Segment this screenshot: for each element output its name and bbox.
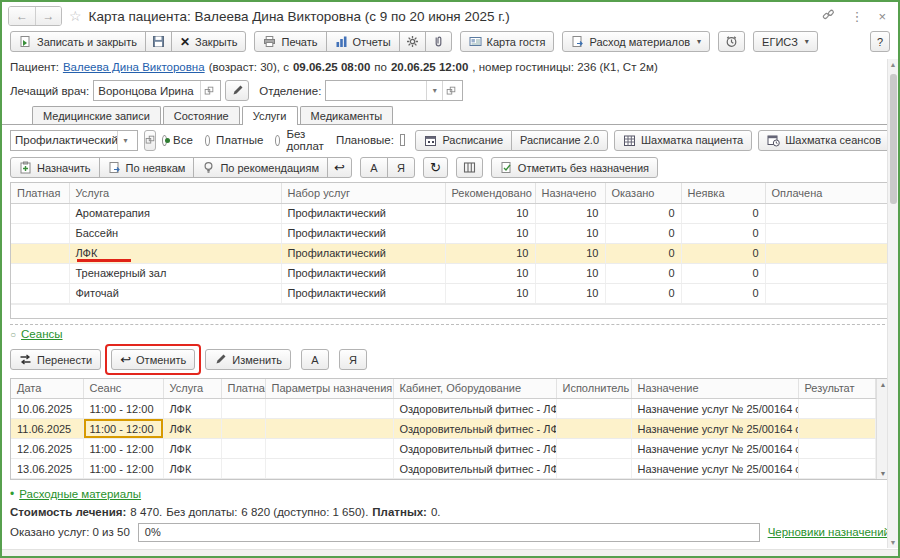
scrollbar-thumb[interactable] — [890, 74, 897, 204]
tab-services[interactable]: Услуги — [242, 106, 298, 125]
col-recommended[interactable]: Рекомендовано — [445, 183, 535, 203]
service-row-lfk-selected[interactable]: ЛФК Профилактический 10 10 0 0 — [11, 243, 889, 263]
scroll-up-icon[interactable]: ▲ — [888, 61, 898, 68]
bar-chart-icon — [335, 35, 348, 48]
col-service-set[interactable]: Набор услуг — [281, 183, 445, 203]
sessions-chess-button[interactable]: Шахматка сеансов — [758, 130, 890, 151]
sessions-sort-ya-button[interactable]: Я — [339, 349, 367, 370]
paid-value: 0. — [431, 506, 441, 518]
columns-settings-button[interactable] — [456, 157, 483, 178]
refresh-button[interactable]: ↻ — [423, 157, 448, 178]
patient-chess-button[interactable]: Шахматка пациента — [614, 130, 752, 151]
close-button[interactable]: ✕ Закрыть — [171, 31, 246, 52]
print-button[interactable]: Печать — [254, 31, 326, 52]
back-button[interactable]: ← — [9, 7, 35, 25]
save-and-close-button[interactable]: Записать и закрыть — [10, 31, 146, 52]
radio-all[interactable] — [162, 135, 167, 146]
open-service-set-button[interactable] — [144, 130, 156, 151]
settings-button[interactable] — [399, 31, 426, 52]
transfer-button[interactable]: Перенести — [10, 349, 101, 370]
tab-medical-records[interactable]: Медицинские записи — [32, 106, 161, 124]
service-set-dropdown-icon[interactable]: ▾ — [117, 131, 133, 150]
favorite-star-icon[interactable]: ☆ — [69, 8, 82, 24]
radio-paid-label: Платные — [216, 134, 263, 146]
sessions-sort-a-button[interactable]: А — [301, 349, 329, 370]
col-assigned[interactable]: Назначено — [535, 183, 605, 203]
more-menu-icon[interactable]: ⋮ — [846, 9, 867, 24]
page-scrollbar[interactable]: ▲ ▼ — [887, 59, 898, 548]
patient-label: Пациент: — [10, 61, 59, 73]
egisz-button[interactable]: ЕГИСЗ ▾ — [753, 31, 818, 52]
chevron-down-icon: ▾ — [805, 37, 809, 46]
col-performer[interactable]: Исполнитель — [556, 379, 631, 399]
cancel-session-button[interactable]: ↩ Отменить — [111, 349, 195, 370]
reminder-button[interactable] — [718, 31, 745, 52]
open-doctor-icon[interactable] — [200, 81, 216, 100]
reports-button[interactable]: Отчеты — [326, 31, 400, 52]
mark-without-assignment-button[interactable]: Отметить без назначения — [491, 157, 658, 178]
patient-name-link[interactable]: Валеева Дина Викторовна — [63, 61, 205, 73]
recommendations-button[interactable]: По рекомендациям — [193, 157, 328, 178]
collapse-toggle-icon[interactable]: ○ — [10, 329, 16, 340]
tab-condition[interactable]: Состояние — [163, 106, 240, 124]
planned-checkbox[interactable] — [400, 134, 405, 146]
col-session[interactable]: Сеанс — [83, 379, 163, 399]
radio-no-surcharge[interactable] — [275, 135, 280, 146]
get-link-icon[interactable] — [818, 8, 839, 24]
col-assignment[interactable]: Назначение — [631, 379, 798, 399]
assignment-drafts-link[interactable]: Черновики назначений — [768, 526, 890, 538]
col-assignment-params[interactable]: Параметры назначения — [265, 379, 393, 399]
edit-doctor-button[interactable] — [225, 80, 249, 101]
col-date[interactable]: Дата — [11, 379, 83, 399]
col-paid[interactable]: Платная — [11, 183, 69, 203]
help-button[interactable]: ? — [870, 31, 890, 52]
close-window-icon[interactable]: × — [874, 9, 890, 24]
col-result[interactable]: Результат — [798, 379, 876, 399]
session-row[interactable]: 13.06.2025 11:00 - 12:00 ЛФК Оздоровител… — [11, 459, 876, 479]
col-service[interactable]: Услуга — [163, 379, 221, 399]
refresh-icon: ↻ — [430, 161, 441, 174]
col-paid-status[interactable]: Оплачена — [765, 183, 889, 203]
col-cabinet[interactable]: Кабинет, Оборудование — [393, 379, 556, 399]
focused-cell[interactable]: 11:00 - 12:00 — [83, 419, 163, 439]
service-row-pool[interactable]: Бассейн Профилактический 10 10 0 0 — [11, 223, 889, 243]
col-service[interactable]: Услуга — [69, 183, 281, 203]
radio-paid[interactable] — [205, 135, 210, 146]
sort-ya-button[interactable]: Я — [387, 157, 415, 178]
undo-assignment-button[interactable]: ↩ — [327, 157, 352, 178]
scroll-down-icon[interactable]: ▼ — [880, 468, 887, 479]
col-paid[interactable]: Платная — [221, 379, 265, 399]
service-row-gym[interactable]: Тренажерный зал Профилактический 10 10 0… — [11, 263, 889, 283]
open-department-icon[interactable] — [442, 81, 458, 100]
assign-button[interactable]: Назначить — [10, 157, 100, 178]
edit-session-button[interactable]: Изменить — [205, 349, 291, 370]
schedule-button[interactable]: Расписание — [415, 130, 512, 151]
materials-expense-button[interactable]: Расход материалов ▾ — [562, 31, 710, 52]
materials-section-link[interactable]: Расходные материалы — [19, 488, 141, 500]
col-no-show[interactable]: Неявка — [681, 183, 765, 203]
schedule-2-button[interactable]: Расписание 2.0 — [511, 130, 608, 151]
forward-button[interactable]: → — [35, 7, 61, 25]
tab-medications[interactable]: Медикаменты — [300, 106, 394, 124]
attachments-button[interactable] — [425, 31, 452, 52]
gear-icon — [406, 35, 419, 48]
service-row-herbal-tea[interactable]: Фиточай Профилактический 10 10 0 0 — [11, 283, 889, 303]
forward-arrow-icon: → — [43, 9, 55, 23]
scroll-down-icon[interactable]: ▼ — [888, 539, 898, 546]
save-button[interactable] — [145, 31, 172, 52]
department-field[interactable]: ▾ — [325, 80, 463, 101]
doctor-field[interactable]: Воронцова Ирина — [93, 80, 221, 101]
service-row-aromatherapy[interactable]: Ароматерапия Профилактический 10 10 0 0 — [11, 203, 889, 223]
session-row[interactable]: 10.06.2025 11:00 - 12:00 ЛФК Оздоровител… — [11, 399, 876, 419]
sort-a-button[interactable]: А — [360, 157, 388, 178]
department-dropdown-icon[interactable]: ▾ — [426, 81, 442, 100]
guest-card-button[interactable]: Карта гостя — [460, 31, 555, 52]
service-set-combobox[interactable]: Профилактический ▾ — [10, 130, 138, 151]
sessions-section-link[interactable]: Сеансы — [21, 328, 62, 340]
no-show-button[interactable]: По неявкам — [99, 157, 195, 178]
col-provided[interactable]: Оказано — [605, 183, 681, 203]
scroll-up-icon[interactable]: ▲ — [880, 379, 887, 390]
session-row[interactable]: 12.06.2025 11:00 - 12:00 ЛФК Оздоровител… — [11, 439, 876, 459]
session-row-selected[interactable]: 11.06.2025 11:00 - 12:00 ЛФК Оздоровител… — [11, 419, 876, 439]
cost-label: Стоимость лечения: — [10, 506, 126, 518]
